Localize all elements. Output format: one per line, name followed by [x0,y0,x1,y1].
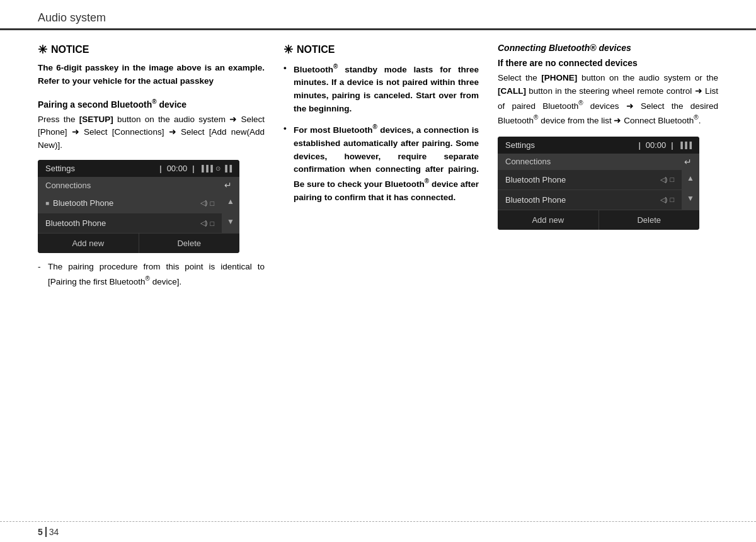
screen-row-wrapper-2: Bluetooth Phone ◁) □ ▼ [38,213,239,234]
screen-connections-label-right: Connections [505,157,551,166]
speaker-icon-2: ◁) [200,219,208,227]
scroll-up-left[interactable]: ▲ [222,193,239,213]
right-screen-row-wrapper-1: Bluetooth Phone ◁) □ ▲ [498,170,699,190]
screen-separator2-right: | [671,140,673,150]
bullet-item-2: For most Bluetooth® devices, a connectio… [284,122,479,205]
right-screen-row-2-right: ◁) □ [660,196,674,204]
scroll-down-left[interactable]: ▼ [222,213,239,234]
screen-row-1-label: Bluetooth Phone [53,198,197,208]
screen-delete-right[interactable]: Delete [599,210,700,230]
screen-add-new-left[interactable]: Add new [38,234,139,253]
screen-row-2-right: ◁) □ [200,219,214,227]
screen-connections-right: Connections ↵ [498,154,699,170]
battery-icon: ▐▐ [223,165,232,172]
page-number: 5 34 [38,527,59,537]
mid-notice-title: ✳ NOTICE [284,43,479,57]
screen-icons-left: ▐▐▐ ⊙ ▐▐ [200,165,232,172]
right-column: Connecting Bluetooth® devices If there a… [491,43,718,289]
content-area: ✳ NOTICE The 6-digit passkey in the imag… [0,30,756,289]
speaker-icon: ◁) [200,199,208,207]
screen-row-1-right: ◁) □ [200,199,214,207]
signal-icon-right: ▐▐▐ [679,142,692,149]
mid-notice-bullets: Bluetooth® standby mode lasts for three … [284,62,479,205]
mid-notice-label: NOTICE [297,44,335,55]
screen-row-1-icon: ■ [45,200,49,206]
screen-title-right: Settings [505,140,633,150]
screen-separator-right: | [638,140,640,150]
right-phone-icon-2: □ [670,196,674,203]
right-device-screen: Settings | 00:00 | ▐▐▐ Connections ↵ Blu… [498,137,699,230]
wifi-icon: ⊙ [215,165,220,172]
screen-back-left[interactable]: ↵ [224,180,232,190]
screen-separator2-left: | [192,164,194,173]
middle-column: ✳ NOTICE Bluetooth® standby mode lasts f… [277,43,491,289]
screen-back-right[interactable]: ↵ [684,157,692,167]
bullet-item-1: Bluetooth® standby mode lasts for three … [284,62,479,116]
left-notice-box: ✳ NOTICE The 6-digit passkey in the imag… [38,43,265,88]
screen-header-right: Settings | 00:00 | ▐▐▐ [498,137,699,154]
dash-note: The pairing procedure from this point is… [38,261,265,288]
right-screen-row-wrapper-2: Bluetooth Phone ◁) □ ▼ [498,190,699,210]
right-screen-row-2-label: Bluetooth Phone [505,195,656,205]
right-screen-row-2[interactable]: Bluetooth Phone ◁) □ [498,190,682,210]
screen-row-1[interactable]: ■ Bluetooth Phone ◁) □ [38,193,222,213]
mid-notice-star-icon: ✳ [284,43,293,57]
screen-time-left: 00:00 [167,164,188,173]
screen-separator-left: | [159,164,161,173]
screen-title-left: Settings [45,164,154,173]
right-phone-icon: □ [670,176,674,183]
pairing-heading: Pairing a second Bluetooth® device [38,98,265,110]
page-header: Audio system [0,0,756,30]
screen-connections-left: Connections ↵ [38,177,239,193]
screen-row-2[interactable]: Bluetooth Phone ◁) □ [38,213,222,234]
left-column: ✳ NOTICE The 6-digit passkey in the imag… [38,43,277,289]
page-num: 34 [49,527,59,537]
chapter-number: 5 [38,527,43,537]
screen-time-right: 00:00 [646,140,667,150]
right-speaker-icon: ◁) [660,176,668,184]
screen-row-2-label: Bluetooth Phone [45,218,197,228]
pairing-body: Press the [SETUP] button on the audio sy… [38,113,265,153]
screen-header-left: Settings | 00:00 | ▐▐▐ ⊙ ▐▐ [38,160,239,177]
right-speaker-icon-2: ◁) [660,196,668,204]
connecting-subtitle: If there are no connected devices [498,58,718,68]
screen-row-wrapper-1: ■ Bluetooth Phone ◁) □ ▲ [38,193,239,213]
connecting-body: Select the [PHONE] button on the audio s… [498,72,718,128]
signal-icon: ▐▐▐ [200,165,213,172]
screen-footer-right: Add new Delete [498,210,699,230]
screen-icons-right: ▐▐▐ [679,142,692,149]
left-notice-title: ✳ NOTICE [38,43,265,57]
notice-star-icon: ✳ [38,43,47,57]
phone-icon-2: □ [210,220,214,227]
mid-notice-box: ✳ NOTICE Bluetooth® standby mode lasts f… [284,43,479,205]
page-footer: 5 34 [0,521,756,542]
footer-divider [45,527,47,537]
scroll-up-right[interactable]: ▲ [682,170,699,190]
left-notice-label: NOTICE [51,44,89,55]
screen-footer-left: Add new Delete [38,234,239,253]
scroll-down-right[interactable]: ▼ [682,190,699,210]
page-title: Audio system [38,11,106,24]
right-screen-row-1[interactable]: Bluetooth Phone ◁) □ [498,170,682,190]
screen-add-new-right[interactable]: Add new [498,210,599,230]
right-screen-row-1-right: ◁) □ [660,176,674,184]
screen-connections-label-left: Connections [45,181,91,190]
left-device-screen: Settings | 00:00 | ▐▐▐ ⊙ ▐▐ Connections … [38,160,239,253]
phone-icon: □ [210,200,214,207]
connecting-title: Connecting Bluetooth® devices [498,43,718,53]
screen-delete-left[interactable]: Delete [139,234,240,253]
left-notice-body: The 6-digit passkey in the image above i… [38,62,265,88]
right-screen-row-1-label: Bluetooth Phone [505,175,656,184]
